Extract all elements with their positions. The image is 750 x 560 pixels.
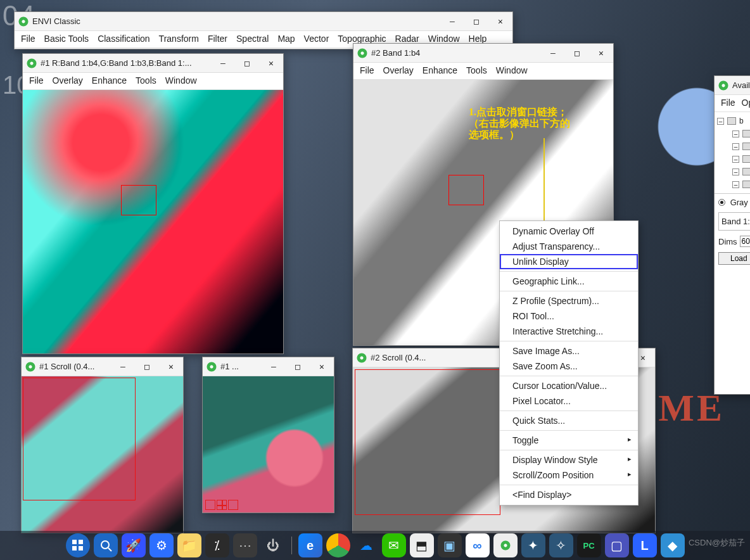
context-item-quick-stats[interactable]: Quick Stats... xyxy=(500,410,638,428)
menu-item-enhance[interactable]: Enhance xyxy=(423,65,457,75)
radio-gray-icon[interactable] xyxy=(718,199,725,206)
context-item-adjust-transparency[interactable]: Adjust Transparency... xyxy=(500,239,638,254)
menu-item-overlay[interactable]: Overlay xyxy=(383,65,414,75)
band-tree-item[interactable]: –b xyxy=(717,127,750,140)
band-tree-item[interactable]: –b xyxy=(717,178,750,191)
menu-item-op[interactable]: Op xyxy=(742,98,750,108)
band-tree-item[interactable]: –b xyxy=(717,165,750,178)
menu-item-window[interactable]: Window xyxy=(496,65,528,75)
taskbar-pycharm-icon[interactable]: PC xyxy=(577,533,601,557)
zoom-in-icon[interactable] xyxy=(217,500,227,510)
bands-tree[interactable]: –b–b–b–b–b–b xyxy=(715,112,750,193)
taskbar-imaging-icon[interactable]: ▣ xyxy=(438,533,462,557)
taskbar-app-rocket-icon[interactable]: 🚀 xyxy=(122,533,146,557)
minimize-button[interactable]: — xyxy=(262,358,286,376)
minimize-button[interactable]: — xyxy=(111,358,135,376)
minimize-button[interactable]: — xyxy=(541,44,565,62)
window-display-1[interactable]: #1 R:Band 1:b4,G:Band 1:b3,B:Band 1:... … xyxy=(22,53,284,354)
tree-expand-icon[interactable]: – xyxy=(732,169,739,175)
context-item-save-image-as[interactable]: Save Image As... xyxy=(500,341,638,359)
context-item-cursor-location-value[interactable]: Cursor Location/Value... xyxy=(500,376,638,393)
taskbar-edge-icon[interactable]: e xyxy=(298,533,322,557)
titlebar-display-2[interactable]: #2 Band 1:b4 — □ ✕ xyxy=(353,44,613,63)
zoom-box-icon[interactable] xyxy=(228,500,238,510)
titlebar-available-bands[interactable]: Avail xyxy=(715,76,750,95)
titlebar-scroll-1[interactable]: #1 Scroll (0.4... — □ ✕ xyxy=(22,357,183,376)
context-item-dynamic-overlay-off[interactable]: Dynamic Overlay Off xyxy=(500,224,638,239)
taskbar-tool-icon[interactable]: ✦ xyxy=(521,533,545,557)
menu-item-help[interactable]: Help xyxy=(469,34,487,44)
tree-expand-icon[interactable]: – xyxy=(732,181,739,188)
context-item-save-zoom-as[interactable]: Save Zoom As... xyxy=(500,359,638,374)
window-scroll-1[interactable]: #1 Scroll (0.4... — □ ✕ xyxy=(21,357,184,533)
maximize-button[interactable]: □ xyxy=(135,358,159,376)
menu-item-map[interactable]: Map xyxy=(277,34,295,44)
menu-item-tools[interactable]: Tools xyxy=(466,65,487,75)
menubar-display-2[interactable]: FileOverlayEnhanceToolsWindow xyxy=(353,63,613,80)
band-tree-item[interactable]: –b xyxy=(717,153,750,165)
context-item-unlink-display[interactable]: Unlink Display xyxy=(500,254,638,269)
context-item-geographic-link[interactable]: Geographic Link... xyxy=(500,271,638,289)
context-item-z-profile-spectrum[interactable]: Z Profile (Spectrum)... xyxy=(500,291,638,309)
titlebar-envi-main[interactable]: ENVI Classic — □ ✕ xyxy=(15,12,512,31)
taskbar-envi-icon[interactable] xyxy=(493,533,518,557)
menu-item-file[interactable]: File xyxy=(21,34,35,44)
band-tree-item[interactable]: –b xyxy=(717,140,750,153)
window-available-bands[interactable]: Avail FileOp –b–b–b–b–b–b Gray Band 1:b … xyxy=(714,75,750,395)
taskbar-wechat-icon[interactable]: ✉ xyxy=(382,533,406,557)
menubar-available-bands[interactable]: FileOp xyxy=(715,95,750,112)
image-zoom-1[interactable] xyxy=(203,376,334,512)
titlebar-zoom-1[interactable]: #1 ... — □ ✕ xyxy=(203,357,334,376)
taskbar-power-icon[interactable]: ⏻ xyxy=(261,533,285,557)
tree-expand-icon[interactable]: – xyxy=(732,156,739,163)
menu-item-filter[interactable]: Filter xyxy=(208,34,227,44)
menu-item-basic-tools[interactable]: Basic Tools xyxy=(44,34,89,44)
menu-item-classification[interactable]: Classification xyxy=(98,34,149,44)
context-item-toggle[interactable]: Toggle xyxy=(500,430,638,448)
context-item-roi-tool[interactable]: ROI Tool... xyxy=(500,309,638,324)
taskbar-baidu-icon[interactable]: ∞ xyxy=(466,533,490,557)
close-button[interactable]: ✕ xyxy=(259,54,283,72)
taskbar-tool2-icon[interactable]: ✧ xyxy=(549,533,573,557)
menu-item-spectral[interactable]: Spectral xyxy=(236,34,269,44)
menu-item-window[interactable]: Window xyxy=(165,75,197,86)
menu-item-tools[interactable]: Tools xyxy=(136,75,156,86)
menu-item-transform[interactable]: Transform xyxy=(159,34,199,44)
taskbar-app-icon[interactable]: ◆ xyxy=(661,533,685,557)
taskbar-app-settings-icon[interactable]: ⚙ xyxy=(149,533,174,557)
minimize-button[interactable]: — xyxy=(440,13,464,30)
zoom-box-display-2[interactable] xyxy=(448,175,484,205)
view-extent-box[interactable] xyxy=(355,369,500,515)
menu-item-file[interactable]: File xyxy=(721,98,735,108)
dims-input[interactable] xyxy=(740,236,750,247)
image-display-1[interactable] xyxy=(23,90,283,353)
menu-item-file[interactable]: File xyxy=(360,65,374,75)
taskbar-onedrive-icon[interactable]: ☁ xyxy=(354,533,378,557)
maximize-button[interactable]: □ xyxy=(235,54,259,72)
menu-item-radar[interactable]: Radar xyxy=(395,34,419,44)
minimize-button[interactable]: — xyxy=(211,54,235,72)
zoom-tool-icons[interactable] xyxy=(205,500,238,510)
titlebar-display-1[interactable]: #1 R:Band 1:b4,G:Band 1:b3,B:Band 1:... … xyxy=(23,54,283,73)
tree-expand-icon[interactable]: – xyxy=(732,130,739,137)
maximize-button[interactable]: □ xyxy=(464,13,488,30)
context-item-pixel-locator[interactable]: Pixel Locator... xyxy=(500,393,638,409)
taskbar-l-icon[interactable]: L xyxy=(633,533,657,557)
context-item-find-display[interactable]: <Find Display> xyxy=(500,485,638,502)
close-button[interactable]: ✕ xyxy=(488,13,512,30)
load-band-button[interactable]: Load B xyxy=(718,252,750,265)
close-button[interactable]: ✕ xyxy=(310,358,334,376)
zoom-out-icon[interactable] xyxy=(205,500,215,510)
taskbar-explorer-icon[interactable]: 📁 xyxy=(177,533,201,557)
close-button[interactable]: ✕ xyxy=(589,44,613,62)
menu-item-enhance[interactable]: Enhance xyxy=(92,75,127,86)
menu-item-overlay[interactable]: Overlay xyxy=(53,75,83,86)
menu-item-vector[interactable]: Vector xyxy=(304,34,329,44)
context-menu[interactable]: Dynamic Overlay OffAdjust Transparency..… xyxy=(499,220,639,506)
tree-expand-icon[interactable]: – xyxy=(732,143,739,150)
taskbar-chrome-icon[interactable] xyxy=(326,533,350,557)
tree-expand-icon[interactable]: – xyxy=(717,118,724,125)
close-button[interactable]: ✕ xyxy=(159,358,183,376)
band-tree-item[interactable]: –b xyxy=(717,115,750,127)
menu-item-window[interactable]: Window xyxy=(428,34,460,44)
